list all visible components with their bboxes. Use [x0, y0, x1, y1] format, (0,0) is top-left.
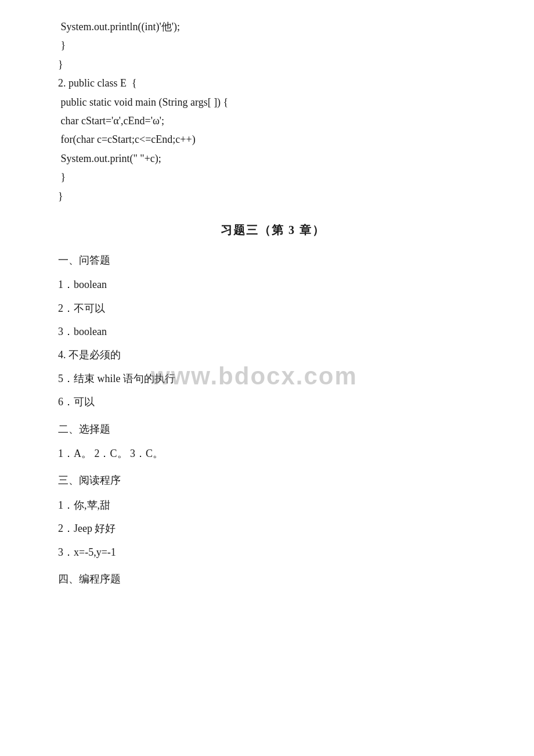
read-item-1: 1．你,苹,甜 — [58, 496, 488, 514]
qa-item-5: 5．结束 while 语句的执行 — [58, 369, 488, 388]
code-line-6: char cStart='α',cEnd='ω'; — [58, 111, 488, 130]
code-line-7: for(char c=cStart;c<=cEnd;c++) — [58, 130, 488, 149]
subsection-qa-title: 一、问答题 — [58, 251, 488, 269]
code-line-9: } — [58, 168, 488, 186]
code-line-8: System.out.print(" "+c); — [58, 149, 488, 168]
page-wrapper: www.bdocx.com System.out.println((int)'他… — [58, 17, 488, 588]
choice-item-1: 1．A。 2．C。 3．C。 — [58, 444, 488, 463]
qa-item-1: 1．boolean — [58, 275, 488, 294]
code-line-1: System.out.println((int)'他'); — [58, 17, 488, 36]
qa-item-3: 3．boolean — [58, 322, 488, 341]
subsection-choice-title: 二、选择题 — [58, 420, 488, 438]
qa-item-4: 4. 不是必须的 — [58, 345, 488, 364]
subsection-read-title: 三、阅读程序 — [58, 471, 488, 489]
section-title: 习题三（第 3 章） — [58, 219, 488, 240]
code-block: System.out.println((int)'他'); } } 2. pub… — [58, 17, 488, 206]
code-line-4: 2. public class E { — [58, 74, 488, 92]
code-line-10: } — [58, 187, 488, 206]
code-line-3: } — [58, 55, 488, 74]
qa-item-2: 2．不可以 — [58, 299, 488, 318]
code-line-2: } — [58, 36, 488, 55]
subsection-prog-title: 四、编程序题 — [58, 570, 488, 588]
code-line-5: public static void main (String args[ ])… — [58, 93, 488, 111]
read-item-2: 2．Jeep 好好 — [58, 519, 488, 538]
qa-item-6: 6．可以 — [58, 393, 488, 411]
read-item-3: 3．x=-5,y=-1 — [58, 543, 488, 561]
